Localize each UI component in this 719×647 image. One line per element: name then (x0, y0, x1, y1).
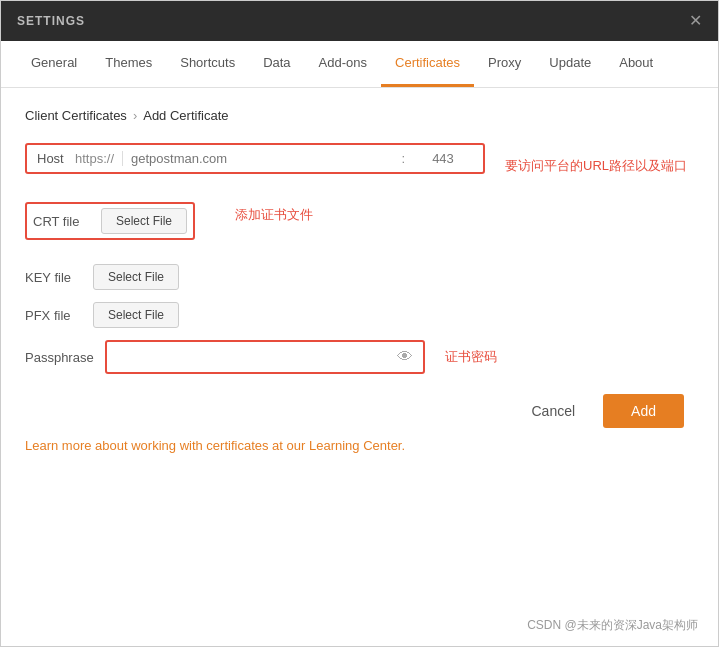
tab-general[interactable]: General (17, 41, 91, 87)
crt-annotation: 添加证书文件 (235, 206, 313, 224)
file-rows-col: CRT file Select File KEY file Select Fil… (25, 202, 195, 340)
passphrase-input[interactable] (117, 350, 397, 365)
host-colon: : (401, 151, 405, 166)
learn-more-link[interactable]: Learn more about working with certificat… (25, 438, 694, 453)
tab-addons[interactable]: Add-ons (305, 41, 381, 87)
key-file-row: KEY file Select File (25, 264, 195, 290)
host-input[interactable] (131, 151, 393, 166)
crt-annotation-col: 添加证书文件 (215, 202, 313, 224)
crt-label: CRT file (33, 214, 93, 229)
breadcrumb-parent[interactable]: Client Certificates (25, 108, 127, 123)
watermark-text: CSDN @未来的资深Java架构师 (527, 618, 698, 632)
host-annotation: 要访问平台的URL路径以及端口 (505, 157, 687, 175)
titlebar: SETTINGS ✕ (1, 1, 718, 41)
host-section: Host https:// : 要访问平台的URL路径以及端口 (25, 143, 694, 188)
tabs-bar: General Themes Shortcuts Data Add-ons Ce… (1, 41, 718, 88)
host-prefix: https:// (75, 151, 123, 166)
pfx-select-button[interactable]: Select File (93, 302, 179, 328)
tab-about[interactable]: About (605, 41, 667, 87)
key-select-button[interactable]: Select File (93, 264, 179, 290)
pfx-label: PFX file (25, 308, 85, 323)
passphrase-wrapper: 👁 (105, 340, 425, 374)
host-label: Host (37, 151, 67, 166)
passphrase-label: Passphrase (25, 350, 105, 365)
breadcrumb-current: Add Certificate (143, 108, 228, 123)
key-label: KEY file (25, 270, 85, 285)
eye-icon[interactable]: 👁 (397, 348, 413, 366)
port-input[interactable] (413, 151, 473, 166)
breadcrumb: Client Certificates › Add Certificate (25, 108, 694, 123)
content-area: Client Certificates › Add Certificate Ho… (1, 88, 718, 605)
footer-watermark: CSDN @未来的资深Java架构师 (1, 605, 718, 646)
tab-data[interactable]: Data (249, 41, 304, 87)
add-button[interactable]: Add (603, 394, 684, 428)
tab-themes[interactable]: Themes (91, 41, 166, 87)
settings-window: SETTINGS ✕ General Themes Shortcuts Data… (0, 0, 719, 647)
host-row: Host https:// : (25, 143, 485, 174)
crt-select-button[interactable]: Select File (101, 208, 187, 234)
crt-wrapper: CRT file Select File (25, 202, 195, 252)
file-rows-group: CRT file Select File KEY file Select Fil… (25, 202, 694, 340)
tab-shortcuts[interactable]: Shortcuts (166, 41, 249, 87)
pfx-file-row: PFX file Select File (25, 302, 195, 328)
cancel-button[interactable]: Cancel (515, 395, 591, 427)
tab-update[interactable]: Update (535, 41, 605, 87)
tab-proxy[interactable]: Proxy (474, 41, 535, 87)
crt-file-row: CRT file Select File (25, 202, 195, 240)
buttons-row: Cancel Add (25, 394, 694, 428)
close-button[interactable]: ✕ (689, 13, 702, 29)
breadcrumb-separator: › (133, 108, 137, 123)
passphrase-section: Passphrase 👁 证书密码 (25, 340, 694, 374)
tab-certificates[interactable]: Certificates (381, 41, 474, 87)
window-title: SETTINGS (17, 14, 85, 28)
passphrase-annotation: 证书密码 (445, 348, 497, 366)
